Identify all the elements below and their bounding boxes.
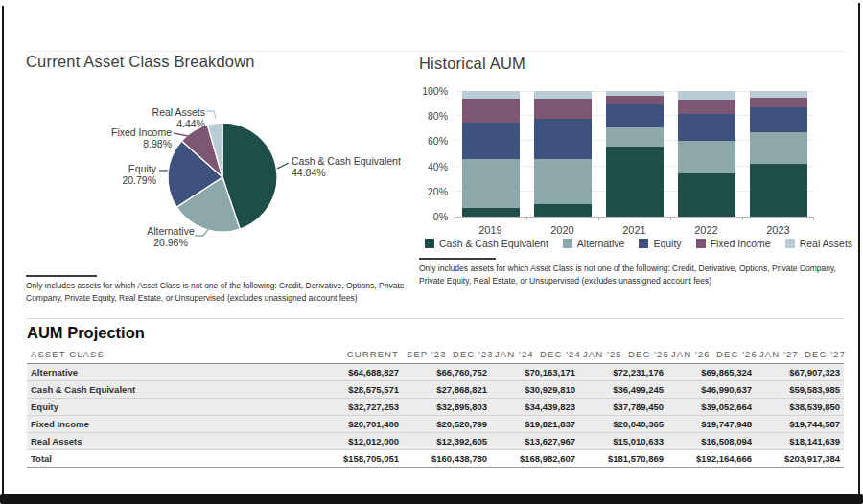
cell-value: $38,539,850 <box>756 399 844 416</box>
bar-2020 <box>526 91 598 217</box>
legend-swatch-fixed-income <box>696 239 706 248</box>
x-axis-label-2020: 2020 <box>526 224 598 236</box>
x-axis-tick <box>598 217 599 220</box>
y-axis-label-100%: 100% <box>419 85 448 97</box>
legend-item-fixed-income: Fixed Income <box>696 238 771 249</box>
cell-value: $27,868,821 <box>403 381 491 399</box>
x-axis-label-2022: 2022 <box>670 224 742 236</box>
cell-value: $12,012,000 <box>315 433 403 450</box>
projection-section-title: AUM Projection <box>27 324 145 342</box>
bar-segment-2020-equity <box>534 119 592 159</box>
bar-segment-2023-fixed-income <box>750 98 807 107</box>
column-header-sep-23-dec-23: SEP '23–DEC '23 <box>403 346 491 364</box>
bar-segment-2021-equity <box>606 104 664 127</box>
column-header-asset-class: ASSET CLASS <box>27 346 315 364</box>
cell-value: $12,392,605 <box>403 433 491 450</box>
bar-segment-2019-real-assets <box>462 91 520 99</box>
bar-segment-2020-cash-cash-equivalent <box>534 204 592 217</box>
table-header-row: ASSET CLASSCURRENTSEP '23–DEC '23JAN '24… <box>27 346 844 364</box>
legend-item-real-assets: Real Assets <box>785 238 852 249</box>
section-divider <box>26 318 845 319</box>
cell-value: $18,141,639 <box>756 433 844 450</box>
bar-chart-legend: Cash & Cash EquivalentAlternativeEquityF… <box>425 238 851 249</box>
cell-value: $59,583,985 <box>756 381 844 399</box>
column-header-current: CURRENT <box>315 346 403 364</box>
historical-footnote: Only includes assets for which Asset Cla… <box>419 263 852 287</box>
bar-segment-2020-alternative <box>534 159 592 204</box>
historical-section-title: Historical AUM <box>419 55 525 73</box>
report-page: Current Asset Class Breakdown Historical… <box>0 0 863 504</box>
row-label: Equity <box>27 399 315 416</box>
pie-label-equity: Equity20.79% <box>89 163 156 187</box>
cell-value: $36,499,245 <box>579 381 667 399</box>
cell-value: $28,575,571 <box>315 381 403 399</box>
row-label: Fixed Income <box>27 416 315 433</box>
row-label: Real Assets <box>27 433 315 450</box>
cell-value: $39,052,664 <box>667 399 756 416</box>
cell-value: $20,520,799 <box>403 416 491 433</box>
x-axis-tick <box>455 217 455 220</box>
footnote-rule-left <box>26 275 97 277</box>
bar-segment-2019-alternative <box>462 159 520 208</box>
legend-swatch-cash-cash-equivalent <box>425 239 434 248</box>
bar-segment-2020-fixed-income <box>534 99 592 119</box>
y-axis-label-20%: 20% <box>419 186 448 197</box>
cell-value: $64,688,827 <box>315 364 403 381</box>
y-axis-label-60%: 60% <box>419 135 448 147</box>
column-header-jan-25-dec-25: JAN '25–DEC '25 <box>579 346 667 364</box>
y-axis-label-80%: 80% <box>419 110 448 122</box>
cell-value: $32,895,803 <box>403 399 491 416</box>
cell-value: $37,789,450 <box>579 399 667 416</box>
bar-segment-2023-cash-cash-equivalent <box>750 164 807 217</box>
legend-label: Cash & Cash Equivalent <box>439 238 548 249</box>
bar-segment-2022-equity <box>678 114 735 142</box>
cell-value: $16,508,094 <box>667 433 756 450</box>
bar-2019 <box>455 91 526 217</box>
cell-value: $69,865,324 <box>667 364 756 381</box>
cell-value: $46,990,637 <box>667 381 756 399</box>
cell-value: $67,907,323 <box>756 364 844 381</box>
cell-value: $70,163,171 <box>491 364 579 381</box>
table-row-equity: Equity$32,727,253$32,895,803$34,439,823$… <box>27 399 844 416</box>
cell-value: $160,438,780 <box>403 450 491 468</box>
row-label: Cash & Cash Equivalent <box>27 381 315 399</box>
cell-value: $158,705,051 <box>315 450 403 468</box>
cell-value: $13,627,967 <box>491 433 579 450</box>
y-axis-label-0%: 0% <box>419 211 448 222</box>
bar-plot <box>455 91 814 218</box>
column-header-jan-24-dec-24: JAN '24–DEC '24 <box>491 346 579 364</box>
aum-projection-table: ASSET CLASSCURRENTSEP '23–DEC '23JAN '24… <box>27 346 844 468</box>
column-header-jan-27-dec-27: JAN '27–DEC '27 <box>756 346 844 364</box>
bar-2022 <box>670 91 742 217</box>
cell-value: $19,747,948 <box>667 416 756 433</box>
bar-segment-2022-cash-cash-equivalent <box>678 173 735 217</box>
bar-segment-2023-alternative <box>750 132 807 164</box>
pie-leader-fixed-income <box>174 133 188 136</box>
cell-value: $66,760,752 <box>403 364 491 381</box>
historical-aum-bar-chart: Cash & Cash EquivalentAlternativeEquityF… <box>419 84 851 259</box>
legend-label: Fixed Income <box>711 238 771 249</box>
breakdown-footnote: Only includes assets for which Asset Cla… <box>26 280 421 305</box>
table-row-total: Total$158,705,051$160,438,780$168,982,60… <box>27 450 844 468</box>
cell-value: $181,570,869 <box>579 450 667 468</box>
x-axis-tick <box>813 217 814 220</box>
cell-value: $19,821,837 <box>491 416 579 433</box>
bar-segment-2019-fixed-income <box>462 99 520 123</box>
bar-segment-2022-real-assets <box>678 91 735 100</box>
table-row-alternative: Alternative$64,688,827$66,760,752$70,163… <box>27 364 844 381</box>
x-axis-label-2021: 2021 <box>598 224 670 236</box>
bar-segment-2019-cash-cash-equivalent <box>462 208 520 217</box>
table-row-cash-cash-equivalent: Cash & Cash Equivalent$28,575,571$27,868… <box>27 381 844 399</box>
page-edge-right <box>858 3 860 495</box>
asset-class-pie-chart: Cash & Cash Equivalent44.84%Alternative2… <box>26 96 419 266</box>
x-axis-label-2023: 2023 <box>742 224 814 236</box>
table-row-real-assets: Real Assets$12,012,000$12,392,605$13,627… <box>27 433 844 450</box>
bar-segment-2022-alternative <box>678 141 735 173</box>
cell-value: $20,701,400 <box>315 416 403 433</box>
x-axis-tick <box>526 217 527 220</box>
legend-label: Alternative <box>577 238 625 249</box>
pie-label-real-assets: Real Assets4.44% <box>104 106 205 130</box>
footnote-rule-right <box>419 258 496 260</box>
table-row-fixed-income: Fixed Income$20,701,400$20,520,799$19,82… <box>27 416 844 433</box>
y-axis-label-40%: 40% <box>419 161 448 172</box>
